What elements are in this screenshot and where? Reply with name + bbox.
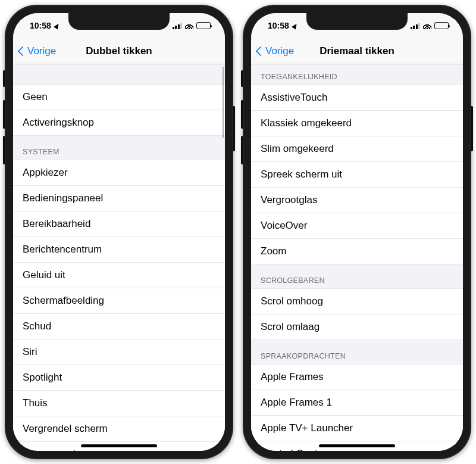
list-item[interactable]: Apple Frames 1 [251, 390, 463, 416]
list-item[interactable]: Zoom [251, 239, 463, 264]
list-item[interactable]: Appkiezer [13, 160, 225, 186]
list-item[interactable]: Thuis [13, 391, 225, 416]
list-item[interactable]: Apple Frames [251, 364, 463, 390]
notch [306, 13, 408, 30]
home-indicator [81, 444, 157, 447]
chevron-left-icon [256, 45, 263, 57]
notch [68, 13, 170, 30]
section-header-scrolgebaren: SCROLGEBAREN [251, 264, 463, 288]
scroll-indicator [223, 67, 224, 138]
section-spacer [13, 64, 225, 85]
list-item[interactable]: Geen [13, 85, 225, 110]
list-item[interactable]: Bedieningspaneel [13, 186, 225, 211]
list-item[interactable]: Schud [13, 314, 225, 340]
list-item[interactable]: Siri [13, 340, 225, 365]
list-item[interactable]: Activeringsknop [13, 110, 225, 136]
settings-list[interactable]: TOEGANKELIJKHEID AssistiveTouch Klassiek… [251, 64, 463, 451]
chevron-left-icon [18, 45, 25, 57]
status-time: 10:58 [268, 21, 289, 30]
back-label: Vorige [27, 45, 56, 57]
screen-left: 10:58 Vorige Dubbel tikken Geen Activeri… [13, 13, 225, 451]
back-button[interactable]: Vorige [18, 45, 56, 57]
phone-left: 10:58 Vorige Dubbel tikken Geen Activeri… [5, 5, 233, 459]
battery-icon [196, 22, 211, 29]
phone-right: 10:58 Vorige Driemaal tikken TOEGANKELIJ… [243, 5, 471, 459]
back-label: Vorige [265, 45, 294, 57]
list-item[interactable]: Klassiek omgekeerd [251, 111, 463, 136]
list-item[interactable]: Schermafbeelding [13, 288, 225, 314]
settings-list[interactable]: Geen Activeringsknop SYSTEEM Appkiezer B… [13, 64, 225, 451]
list-item[interactable]: Bereikbaarheid [13, 211, 225, 237]
list-item[interactable]: Berichtencentrum [13, 237, 225, 263]
list-item[interactable]: Vergrootglas [251, 188, 463, 213]
location-icon [292, 22, 299, 29]
section-header-systeem: SYSTEEM [13, 136, 225, 160]
list-item[interactable]: Scrol omhoog [251, 288, 463, 314]
screen-right: 10:58 Vorige Driemaal tikken TOEGANKELIJ… [251, 13, 463, 451]
list-item[interactable]: Apple TV+ Launcher [251, 416, 463, 441]
cellular-icon [173, 23, 183, 29]
wifi-icon [423, 23, 431, 29]
status-time: 10:58 [30, 21, 51, 30]
list-item[interactable]: Spreek scherm uit [251, 162, 463, 188]
nav-bar: Vorige Dubbel tikken [13, 38, 225, 64]
location-icon [54, 22, 61, 29]
list-item[interactable]: VoiceOver [251, 213, 463, 239]
list-item[interactable]: Vergrendel scherm [13, 416, 225, 442]
battery-icon [434, 22, 449, 29]
list-item[interactable]: Spotlight [13, 365, 225, 391]
nav-bar: Vorige Driemaal tikken [251, 38, 463, 64]
list-item[interactable]: Scrol omlaag [251, 314, 463, 340]
list-item[interactable]: AssistiveTouch [251, 85, 463, 111]
back-button[interactable]: Vorige [256, 45, 294, 57]
home-indicator [319, 444, 395, 447]
list-item[interactable]: Geluid uit [13, 263, 225, 288]
cellular-icon [411, 23, 421, 29]
wifi-icon [185, 23, 193, 29]
section-header-spraakopdrachten: SPRAAKOPDRACHTEN [251, 340, 463, 364]
section-header-toegankelijkheid: TOEGANKELIJKHEID [251, 64, 463, 85]
list-item[interactable]: Slim omgekeerd [251, 136, 463, 162]
